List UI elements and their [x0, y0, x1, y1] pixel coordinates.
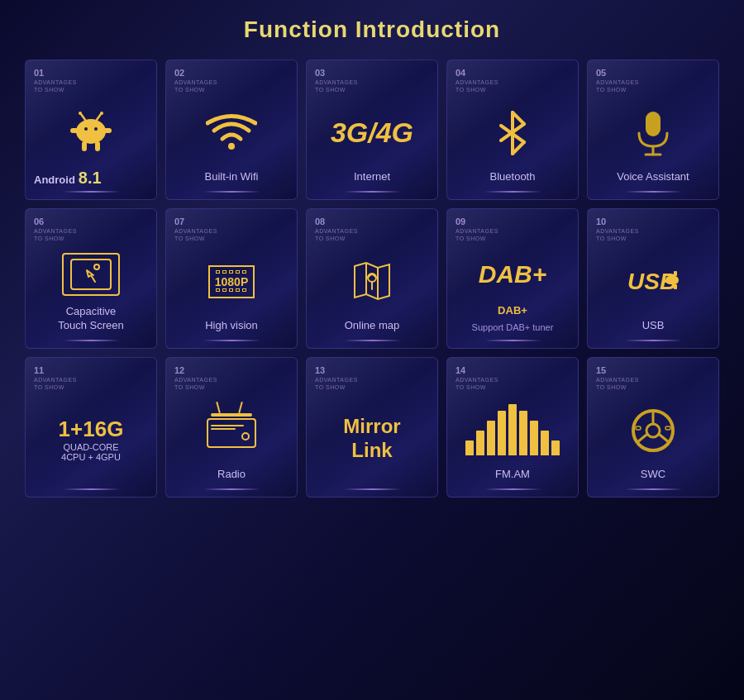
svg-rect-17	[646, 112, 661, 136]
card-internet: 03 ADVANTAGESTO SHOW 3G/4G Internet	[306, 60, 438, 200]
card-underline	[625, 488, 682, 490]
radio-icon	[174, 398, 289, 463]
radio-label: Radio	[174, 468, 289, 482]
card-usb: 10 ADVANTAGESTO SHOW USB USB	[587, 208, 719, 349]
dab-icon: DAB+	[455, 249, 570, 299]
svg-rect-35	[665, 426, 670, 430]
3g4g-icon: 3G/4G	[315, 100, 429, 165]
card-underline	[203, 488, 260, 490]
card-number-13: 13	[315, 366, 325, 375]
card-underline	[203, 191, 260, 193]
feature-grid: 01 ADVANTAGESTO SHOW	[25, 60, 719, 498]
svg-point-21	[94, 264, 99, 269]
card-underline	[63, 191, 120, 193]
card-sub-6: ADVANTAGESTO SHOW	[34, 227, 77, 242]
bluetooth-icon	[455, 100, 570, 165]
card-fm: 14 ADVANTAGESTO SHOW FM.AM	[446, 357, 579, 498]
svg-line-32	[637, 435, 646, 442]
card-number-4: 04	[455, 69, 465, 78]
card-highvision: 07 ADVANTAGESTO SHOW 1080P	[165, 208, 298, 349]
svg-point-0	[76, 119, 106, 144]
dab-label: DAB+	[455, 304, 570, 318]
svg-point-9	[79, 112, 82, 115]
swc-label: SWC	[596, 468, 710, 482]
mic-icon	[596, 100, 710, 165]
svg-point-10	[100, 112, 103, 115]
card-wifi: 02 ADVANTAGESTO SHOW Built-in Wifi	[165, 60, 298, 200]
card-number-3: 03	[315, 69, 325, 78]
card-number-6: 06	[34, 217, 44, 226]
card-underline	[344, 488, 401, 490]
svg-point-1	[84, 127, 88, 131]
map-icon	[315, 249, 429, 314]
svg-line-33	[660, 435, 669, 442]
wifi-label: Built-in Wifi	[174, 170, 289, 184]
card-sub-2: ADVANTAGESTO SHOW	[174, 79, 217, 93]
card-mirror: 13 ADVANTAGESTO SHOW MirrorLink	[306, 357, 438, 498]
svg-point-30	[646, 424, 660, 437]
card-touch: 06 ADVANTAGESTO SHOW Capacitive Touch Sc…	[25, 208, 157, 349]
wifi-icon	[174, 100, 289, 165]
card-underline	[625, 340, 682, 341]
fm-label: FM.AM	[455, 468, 570, 482]
card-cpu: 11 ADVANTAGESTO SHOW 1+16G QUAD-CORE 4CP…	[25, 357, 157, 498]
android-icon	[34, 100, 148, 164]
swc-icon	[596, 398, 710, 463]
card-sub-5: ADVANTAGESTO SHOW	[596, 79, 639, 93]
svg-line-15	[513, 142, 524, 154]
svg-rect-27	[674, 271, 677, 276]
card-sub-10: ADVANTAGESTO SHOW	[596, 227, 639, 242]
svg-line-8	[97, 114, 101, 120]
card-number-10: 10	[596, 217, 606, 226]
card-sub-13: ADVANTAGESTO SHOW	[315, 376, 358, 391]
svg-line-7	[81, 114, 85, 120]
card-android: 01 ADVANTAGESTO SHOW	[25, 60, 157, 200]
card-underline	[625, 191, 682, 193]
svg-rect-28	[674, 284, 677, 289]
svg-rect-5	[70, 128, 79, 133]
usb-label: USB	[596, 319, 710, 333]
cpu-icon: 1+16G QUAD-CORE 4CPU + 4GPU	[34, 398, 148, 480]
svg-rect-6	[103, 128, 112, 133]
android-label: Android 8.1	[34, 169, 102, 188]
svg-point-11	[228, 143, 235, 150]
card-sub-8: ADVANTAGESTO SHOW	[315, 227, 358, 242]
card-underline	[344, 191, 401, 193]
dab-sublabel: Support DAB+ tuner	[455, 321, 570, 333]
card-bluetooth: 04 ADVANTAGESTO SHOW Bluetooth	[446, 60, 579, 200]
card-sub-12: ADVANTAGESTO SHOW	[174, 376, 217, 391]
usb-icon: USB	[596, 249, 710, 314]
svg-point-2	[94, 127, 98, 131]
page-title: Function Introduction	[244, 17, 500, 43]
card-sub-3: ADVANTAGESTO SHOW	[315, 79, 358, 93]
card-sub-9: ADVANTAGESTO SHOW	[455, 227, 498, 242]
svg-rect-26	[665, 276, 679, 284]
card-number-2: 02	[174, 69, 184, 78]
card-number-7: 07	[174, 217, 184, 226]
card-underline	[63, 488, 120, 490]
voice-label: Voice Assistant	[596, 170, 710, 184]
card-underline	[63, 340, 120, 341]
card-sub-1: ADVANTAGESTO SHOW	[34, 79, 77, 93]
mirror-icon: MirrorLink	[315, 398, 429, 480]
card-dab: 09 ADVANTAGESTO SHOW DAB+ DAB+ Support D…	[446, 208, 579, 349]
card-swc: 15 ADVANTAGESTO SHOW SWC	[587, 357, 719, 498]
card-sub-15: ADVANTAGESTO SHOW	[596, 376, 639, 391]
card-number-11: 11	[34, 366, 44, 375]
card-number-1: 01	[34, 69, 44, 78]
card-underline	[344, 340, 401, 341]
card-number-14: 14	[455, 366, 465, 375]
card-underline	[203, 340, 260, 341]
svg-rect-4	[95, 141, 100, 151]
card-voice: 05 ADVANTAGESTO SHOW Voice Assistant	[587, 60, 719, 200]
touch-label: Capacitive Touch Screen	[34, 305, 148, 333]
card-map: 08 ADVANTAGESTO SHOW Online map	[306, 208, 438, 349]
card-underline	[484, 340, 541, 341]
fm-bars	[465, 406, 560, 455]
card-underline	[484, 191, 541, 193]
bluetooth-label: Bluetooth	[455, 170, 570, 184]
touch-icon	[34, 249, 148, 300]
highvision-label: High vision	[174, 319, 289, 333]
card-sub-7: ADVANTAGESTO SHOW	[174, 227, 217, 242]
card-radio: 12 ADVANTAGESTO SHOW Radio	[165, 357, 298, 498]
